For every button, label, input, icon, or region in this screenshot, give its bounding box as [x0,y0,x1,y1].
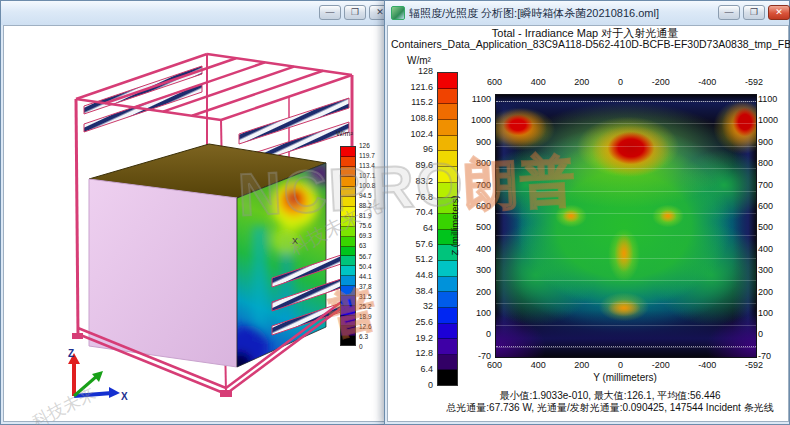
colorbar-cell [341,217,355,227]
axis-tick-label: 400 [531,360,546,370]
gridline-0 [496,346,756,347]
colorbar-tick-label: 102.4 [410,130,433,138]
colorbar-tick-label: 44.8 [415,271,433,279]
x-axis-label: X [121,391,128,402]
colorbar-cell [438,370,457,385]
colorbar-cell [341,266,355,276]
colorbar-cell [341,177,355,187]
axis-tick-label: 0 [758,330,788,338]
axis-triad: Z X [68,348,128,402]
colorbar-tick-label: 12.8 [415,349,433,357]
colorbar-cell [341,247,355,257]
axis-tick-label: 0 [618,77,623,87]
colorbar-cell [438,308,457,324]
axis-tick-label: -70 [465,352,491,360]
right-window-controls: — ❐ ✕ [718,5,790,20]
colorbar-tick-label: 32 [423,302,433,310]
colorbar-tick-label: 64 [423,224,433,232]
top-axis-labels: 6004002000-200-400-592 [487,77,763,87]
colorbar-tick-label: 115.2 [411,98,433,106]
axis-tick-label: 300 [758,266,788,274]
axis-tick-label: 800 [758,159,788,167]
scene-x-label: X [292,236,298,246]
colorbar-cell [341,167,355,177]
colorbar-cell [341,336,355,345]
axis-tick-label: 700 [465,181,491,189]
colorbar-unit-label: W/m² [407,55,431,66]
colorbar-tick-label: 83.2 [415,177,433,185]
colorbar-cell [341,306,355,316]
axis-tick-label: 900 [758,138,788,146]
colorbar-cell [438,89,457,105]
colorbar-cell [341,326,355,336]
axis-tick-label: 100 [758,309,788,317]
colorbar-cell [341,227,355,237]
axis-tick-label: 200 [465,288,491,296]
colorbar-tick-label: 19.2 [415,334,433,342]
gridline-1100 [496,101,756,102]
axis-tick-label: 600 [758,202,788,210]
restore-button[interactable]: ❐ [344,5,366,20]
window-icon [391,6,405,20]
axis-tick-label: 800 [465,159,491,167]
colorbar-tick-label: 25.6 [415,318,433,326]
colorbar-tick-label: 6.4 [420,365,433,373]
axis-tick-label: 600 [487,77,502,87]
axis-tick-label: 0 [618,360,623,370]
colorbar-tick-label: 70.4 [415,208,433,216]
colorbar-cell [341,256,355,266]
colorbar-tick-label: 108.8 [410,114,433,122]
axis-tick-label: 1100 [465,95,491,103]
close-button[interactable]: ✕ [768,5,790,20]
x-axis-title: Y (millimeters) [495,372,755,383]
box-left-face [89,179,237,367]
colorbar-cell [341,187,355,197]
colorbar-cell [438,104,457,120]
left-window-controls: — ❐ ✕ [319,5,391,20]
map-source-file: Containers_Data_Application_83C9A118-D56… [391,38,790,50]
colorbar-cell [341,276,355,286]
axis-tick-label: -400 [698,360,716,370]
colorbar-labels: 128121.6115.2108.8102.49689.683.276.870.… [389,67,433,389]
colorbar-tick-label: 0 [428,381,433,389]
irradiance-heatmap[interactable] [495,94,757,358]
container-3d-scene[interactable]: Z X X [4,26,391,422]
colorbar-cell [438,355,457,371]
colorbar-cell [341,237,355,247]
colorbar-cell [341,316,355,326]
model-3d-viewport[interactable]: Z X X W/m² 126119.7113.4107.1100.894.588… [3,25,391,422]
axis-tick-label: 1000 [758,116,788,124]
colorbar-cell [438,292,457,308]
model-3d-window: — ❐ ✕ [0,0,394,425]
axis-tick-label: 0 [465,330,491,338]
colorbar-tick-label: 76.8 [415,193,433,201]
axis-tick-label: 700 [758,181,788,189]
minimize-button[interactable]: — [319,5,341,20]
axis-tick-label: 500 [758,223,788,231]
axis-tick-label: 400 [758,245,788,253]
right-axis-labels: 110010009008007006005004003002001000-70 [758,95,788,360]
axis-tick-label: 400 [531,77,546,87]
window-title: 辐照度/光照度 分析图:[瞬時箱体杀菌20210816.oml] [409,6,659,21]
colorbar-cell [438,339,457,355]
y-axis-title: Z (millimeters) [449,158,460,293]
axis-tick-label: 1100 [758,95,788,103]
colorbar-tick-label: 121.6 [410,83,433,91]
colorbar-tick-label: 57.6 [415,240,433,248]
axis-tick-label: -592 [745,77,763,87]
axis-tick-label: 200 [758,288,788,296]
z-axis-label: Z [68,348,74,359]
gridlines [496,101,756,355]
colorbar-cell [341,286,355,296]
restore-button[interactable]: ❐ [743,5,765,20]
minimize-button[interactable]: — [718,5,740,20]
colorbar-cell [341,296,355,306]
axis-tick-label: -592 [745,360,763,370]
colorbar-cell [341,157,355,167]
legend-colorbar [340,146,356,346]
axis-tick-label: -70 [758,352,788,360]
axis-tick-label: -200 [652,77,670,87]
x-axis-arrow [74,393,112,396]
axis-tick-label: 900 [465,138,491,146]
axis-tick-label: -200 [652,360,670,370]
